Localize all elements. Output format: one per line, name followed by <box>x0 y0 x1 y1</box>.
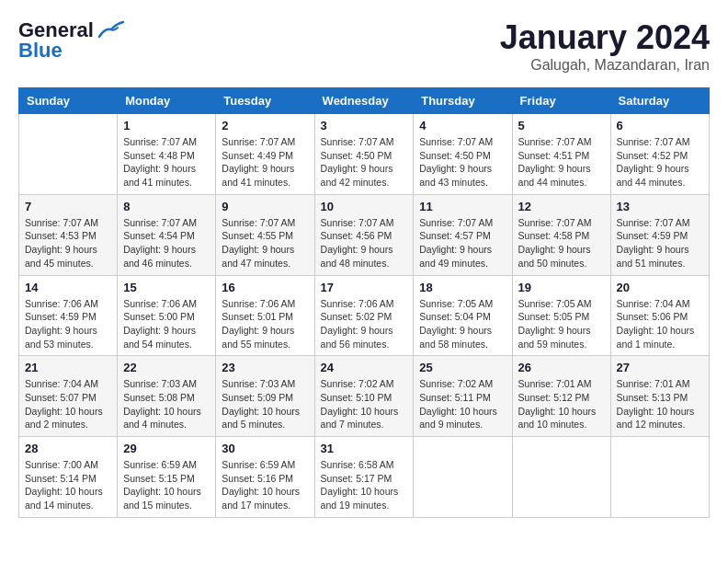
day-number: 6 <box>617 119 703 132</box>
calendar-cell <box>19 114 118 195</box>
day-info: Sunrise: 7:07 AMSunset: 4:50 PMDaylight:… <box>419 135 506 190</box>
day-info: Sunrise: 7:07 AMSunset: 4:49 PMDaylight:… <box>222 135 308 190</box>
calendar-cell: 15Sunrise: 7:06 AMSunset: 5:00 PMDayligh… <box>118 275 216 356</box>
calendar-cell <box>512 437 610 518</box>
calendar-cell <box>414 437 512 518</box>
day-number: 3 <box>321 119 408 132</box>
day-number: 10 <box>321 200 408 213</box>
col-header-friday: Friday <box>512 88 610 114</box>
day-number: 29 <box>123 442 210 455</box>
day-info: Sunrise: 7:00 AMSunset: 5:14 PMDaylight:… <box>25 458 111 512</box>
day-number: 21 <box>25 361 111 374</box>
title-area: January 2024 Galugah, Mazandaran, Iran <box>500 18 710 74</box>
calendar-cell: 7Sunrise: 7:07 AMSunset: 4:53 PMDaylight… <box>19 194 118 275</box>
calendar-cell: 11Sunrise: 7:07 AMSunset: 4:57 PMDayligh… <box>414 194 512 275</box>
day-number: 13 <box>617 200 703 213</box>
calendar-cell: 4Sunrise: 7:07 AMSunset: 4:50 PMDaylight… <box>414 114 512 195</box>
calendar-week-1: 1Sunrise: 7:07 AMSunset: 4:48 PMDaylight… <box>19 114 710 195</box>
day-info: Sunrise: 7:07 AMSunset: 4:58 PMDaylight:… <box>518 216 605 270</box>
day-info: Sunrise: 7:07 AMSunset: 4:50 PMDaylight:… <box>321 135 408 190</box>
calendar-week-3: 14Sunrise: 7:06 AMSunset: 4:59 PMDayligh… <box>19 275 710 356</box>
day-number: 25 <box>419 361 506 374</box>
day-info: Sunrise: 6:59 AMSunset: 5:15 PMDaylight:… <box>123 458 210 512</box>
day-number: 8 <box>123 200 210 213</box>
day-number: 17 <box>321 281 408 294</box>
day-number: 19 <box>518 281 605 294</box>
calendar-cell: 25Sunrise: 7:02 AMSunset: 5:11 PMDayligh… <box>414 356 512 437</box>
calendar-cell: 14Sunrise: 7:06 AMSunset: 4:59 PMDayligh… <box>19 275 118 356</box>
calendar-cell: 24Sunrise: 7:02 AMSunset: 5:10 PMDayligh… <box>314 356 414 437</box>
page-subtitle: Galugah, Mazandaran, Iran <box>500 57 710 74</box>
calendar-cell: 13Sunrise: 7:07 AMSunset: 4:59 PMDayligh… <box>610 194 709 275</box>
day-info: Sunrise: 7:07 AMSunset: 4:55 PMDaylight:… <box>222 216 308 270</box>
calendar-cell: 8Sunrise: 7:07 AMSunset: 4:54 PMDaylight… <box>118 194 216 275</box>
day-info: Sunrise: 7:07 AMSunset: 4:56 PMDaylight:… <box>321 216 408 270</box>
day-number: 7 <box>25 200 111 213</box>
day-number: 1 <box>123 119 210 132</box>
day-number: 4 <box>419 119 506 132</box>
calendar-cell: 9Sunrise: 7:07 AMSunset: 4:55 PMDaylight… <box>216 194 314 275</box>
day-info: Sunrise: 7:04 AMSunset: 5:07 PMDaylight:… <box>25 377 111 431</box>
day-number: 27 <box>617 361 703 374</box>
day-info: Sunrise: 7:07 AMSunset: 4:48 PMDaylight:… <box>123 135 210 190</box>
day-info: Sunrise: 7:06 AMSunset: 5:02 PMDaylight:… <box>321 297 408 351</box>
day-number: 28 <box>25 442 111 455</box>
calendar-cell: 31Sunrise: 6:58 AMSunset: 5:17 PMDayligh… <box>314 437 414 518</box>
logo-blue-text: Blue <box>18 39 63 63</box>
calendar-week-5: 28Sunrise: 7:00 AMSunset: 5:14 PMDayligh… <box>19 437 710 518</box>
col-header-thursday: Thursday <box>414 88 512 114</box>
logo-bird-icon <box>97 20 125 40</box>
day-number: 23 <box>222 361 308 374</box>
calendar-cell: 17Sunrise: 7:06 AMSunset: 5:02 PMDayligh… <box>314 275 414 356</box>
day-info: Sunrise: 7:03 AMSunset: 5:09 PMDaylight:… <box>222 377 308 431</box>
day-info: Sunrise: 7:07 AMSunset: 4:53 PMDaylight:… <box>25 216 111 270</box>
col-header-wednesday: Wednesday <box>314 88 414 114</box>
day-info: Sunrise: 7:07 AMSunset: 4:54 PMDaylight:… <box>123 216 210 270</box>
day-info: Sunrise: 6:59 AMSunset: 5:16 PMDaylight:… <box>222 458 308 512</box>
day-info: Sunrise: 7:07 AMSunset: 4:51 PMDaylight:… <box>518 135 605 190</box>
day-number: 22 <box>123 361 210 374</box>
calendar-cell: 30Sunrise: 6:59 AMSunset: 5:16 PMDayligh… <box>216 437 314 518</box>
day-info: Sunrise: 7:02 AMSunset: 5:11 PMDaylight:… <box>419 377 506 431</box>
day-info: Sunrise: 7:04 AMSunset: 5:06 PMDaylight:… <box>617 297 703 351</box>
calendar-cell: 18Sunrise: 7:05 AMSunset: 5:04 PMDayligh… <box>414 275 512 356</box>
day-number: 5 <box>518 119 605 132</box>
day-number: 18 <box>419 281 506 294</box>
logo: General Blue <box>18 18 125 63</box>
calendar-table: SundayMondayTuesdayWednesdayThursdayFrid… <box>18 87 710 518</box>
calendar-week-2: 7Sunrise: 7:07 AMSunset: 4:53 PMDaylight… <box>19 194 710 275</box>
calendar-cell: 10Sunrise: 7:07 AMSunset: 4:56 PMDayligh… <box>314 194 414 275</box>
calendar-cell: 27Sunrise: 7:01 AMSunset: 5:13 PMDayligh… <box>610 356 709 437</box>
day-number: 11 <box>419 200 506 213</box>
calendar-cell: 29Sunrise: 6:59 AMSunset: 5:15 PMDayligh… <box>118 437 216 518</box>
calendar-cell: 20Sunrise: 7:04 AMSunset: 5:06 PMDayligh… <box>610 275 709 356</box>
day-info: Sunrise: 7:05 AMSunset: 5:04 PMDaylight:… <box>419 297 506 351</box>
calendar-cell: 16Sunrise: 7:06 AMSunset: 5:01 PMDayligh… <box>216 275 314 356</box>
day-number: 16 <box>222 281 308 294</box>
calendar-cell: 19Sunrise: 7:05 AMSunset: 5:05 PMDayligh… <box>512 275 610 356</box>
page-header: General Blue January 2024 Galugah, Mazan… <box>18 18 710 74</box>
day-number: 9 <box>222 200 308 213</box>
col-header-sunday: Sunday <box>19 88 118 114</box>
day-info: Sunrise: 7:05 AMSunset: 5:05 PMDaylight:… <box>518 297 605 351</box>
day-info: Sunrise: 7:06 AMSunset: 5:00 PMDaylight:… <box>123 297 210 351</box>
day-number: 26 <box>518 361 605 374</box>
day-info: Sunrise: 7:03 AMSunset: 5:08 PMDaylight:… <box>123 377 210 431</box>
calendar-cell: 5Sunrise: 7:07 AMSunset: 4:51 PMDaylight… <box>512 114 610 195</box>
day-number: 15 <box>123 281 210 294</box>
calendar-header-row: SundayMondayTuesdayWednesdayThursdayFrid… <box>19 88 710 114</box>
calendar-cell: 1Sunrise: 7:07 AMSunset: 4:48 PMDaylight… <box>118 114 216 195</box>
col-header-saturday: Saturday <box>610 88 709 114</box>
day-number: 14 <box>25 281 111 294</box>
calendar-cell: 28Sunrise: 7:00 AMSunset: 5:14 PMDayligh… <box>19 437 118 518</box>
calendar-cell: 3Sunrise: 7:07 AMSunset: 4:50 PMDaylight… <box>314 114 414 195</box>
page-title: January 2024 <box>500 18 710 57</box>
day-number: 24 <box>321 361 408 374</box>
col-header-tuesday: Tuesday <box>216 88 314 114</box>
day-info: Sunrise: 7:02 AMSunset: 5:10 PMDaylight:… <box>321 377 408 431</box>
day-info: Sunrise: 7:07 AMSunset: 4:57 PMDaylight:… <box>419 216 506 270</box>
calendar-cell: 6Sunrise: 7:07 AMSunset: 4:52 PMDaylight… <box>610 114 709 195</box>
col-header-monday: Monday <box>118 88 216 114</box>
day-number: 30 <box>222 442 308 455</box>
day-info: Sunrise: 7:01 AMSunset: 5:13 PMDaylight:… <box>617 377 703 431</box>
